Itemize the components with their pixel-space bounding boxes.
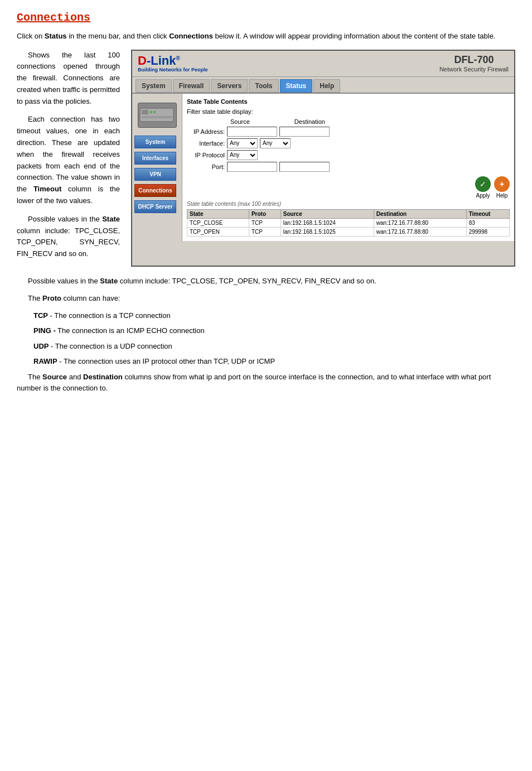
sidebar-btn-dhcp[interactable]: DHCP Server <box>134 200 176 213</box>
sidebar-btn-interfaces[interactable]: Interfaces <box>134 152 176 165</box>
nav-tab-firewall[interactable]: Firewall <box>173 79 210 93</box>
nav-tab-status[interactable]: Status <box>280 79 313 93</box>
nav-tab-help[interactable]: Help <box>313 79 340 93</box>
nav-tab-system[interactable]: System <box>136 79 172 93</box>
dfl-nav: System Firewall Servers Tools Status Hel… <box>132 77 514 94</box>
action-buttons: ✓ Apply + Help <box>187 176 510 199</box>
cell-destination: wan:172.16.77.88:80 <box>374 218 466 227</box>
sidebar-btn-vpn[interactable]: VPN <box>134 168 176 181</box>
tcp-item: TCP - The connection is a TCP connection <box>17 310 515 321</box>
apply-label: Apply <box>476 192 490 199</box>
state-para: Possible values in the State column incl… <box>17 276 515 287</box>
dest-port-input[interactable] <box>279 162 330 172</box>
svg-rect-6 <box>163 111 166 113</box>
para3: Possible values in the State column incl… <box>17 214 120 260</box>
dlink-rest: -Link <box>147 54 176 68</box>
below-content: Possible values in the State column incl… <box>17 276 515 394</box>
cell-timeout: 299998 <box>466 227 509 236</box>
col-source-header: Source <box>230 118 250 125</box>
ip-protocol-label: IP Protocol <box>187 152 225 158</box>
udp-desc: - The connection is a UDP connection <box>49 342 172 350</box>
rawip-label: RAWIP <box>33 357 57 365</box>
cell-state: TCP_CLOSE <box>187 218 249 227</box>
dlink-tagline: Building Networks for People <box>138 68 208 73</box>
nav-tab-tools[interactable]: Tools <box>249 79 278 93</box>
svg-rect-7 <box>167 111 169 113</box>
udp-label: UDP <box>33 342 49 350</box>
svg-rect-4 <box>157 111 159 113</box>
state-table-section: State table contents (max 100 entries) S… <box>187 201 510 237</box>
source-port-input[interactable] <box>227 162 277 172</box>
proto-intro-para: The Proto column can have: <box>17 293 515 305</box>
port-row: Port: <box>187 162 510 172</box>
dfl-sidebar: System Interfaces VPN Connections DHCP S… <box>132 94 182 241</box>
dlink-d: D <box>138 54 147 68</box>
col-destination-header: Destination <box>294 118 325 125</box>
ping-item: PING - The connection is an ICMP ECHO co… <box>17 325 515 336</box>
source-ip-input[interactable] <box>227 127 277 137</box>
dfl-header: D-Link® Building Networks for People DFL… <box>132 51 514 77</box>
apply-icon: ✓ <box>475 176 491 192</box>
help-icon: + <box>494 176 510 192</box>
cell-state: TCP_OPEN <box>187 227 249 236</box>
state-table-title: State Table Contents <box>187 98 510 105</box>
help-button[interactable]: + Help <box>494 176 510 199</box>
cell-source: lan:192.168.1.5:1025 <box>280 227 374 236</box>
dfl-content: State Table Contents Filter state table … <box>182 94 514 241</box>
interface-label: Interface: <box>187 140 225 147</box>
svg-rect-5 <box>160 111 162 113</box>
ip-protocol-row: IP Protocol Any <box>187 150 510 160</box>
dlink-logo: D-Link® Building Networks for People <box>138 54 208 73</box>
intro-paragraph: Click on Status in the menu bar, and the… <box>17 31 515 42</box>
th-proto: Proto <box>249 209 280 218</box>
cell-destination: wan:172.16.77.88:80 <box>374 227 466 236</box>
sidebar-btn-system[interactable]: System <box>134 136 176 148</box>
svg-rect-2 <box>150 111 152 113</box>
dfl-window: D-Link® Building Networks for People DFL… <box>131 50 515 267</box>
dest-interface-select[interactable]: Any <box>260 138 291 148</box>
cell-timeout: 83 <box>466 218 509 227</box>
content-area: Shows the last 100 connections opened th… <box>17 50 515 267</box>
filter-label: Filter state table display: <box>187 108 510 115</box>
cell-proto: TCP <box>249 218 280 227</box>
ip-protocol-select[interactable]: Any <box>227 150 258 160</box>
device-image <box>138 103 177 128</box>
cell-proto: TCP <box>249 227 280 236</box>
tcp-desc: - The connection is a TCP connection <box>48 311 171 320</box>
state-table-note: State table contents (max 100 entries) <box>187 201 510 207</box>
dfl-title-block: DFL-700 Network Security Firewall <box>439 54 509 73</box>
para2: Each connection has two timeout values, … <box>17 114 120 206</box>
udp-item: UDP - The connection is a UDP connection <box>17 341 515 352</box>
source-dest-para: The Source and Destination columns show … <box>17 372 515 395</box>
apply-button[interactable]: ✓ Apply <box>475 176 491 199</box>
intro-text2: in the menu bar, and then click <box>67 32 170 40</box>
intro-connections-bold: Connections <box>169 32 213 40</box>
ip-address-label: IP Address: <box>187 128 225 135</box>
intro-text3: below it. A window will appear providing… <box>213 32 496 40</box>
source-interface-select[interactable]: Any <box>227 138 258 148</box>
dlink-brand: D-Link® <box>138 54 208 68</box>
left-text-column: Shows the last 100 connections opened th… <box>17 50 120 267</box>
registered-mark: ® <box>176 55 180 61</box>
rawip-desc: - The connection uses an IP protocol oth… <box>57 357 275 365</box>
port-label: Port: <box>187 163 225 170</box>
dest-ip-input[interactable] <box>279 127 330 137</box>
svg-rect-1 <box>142 110 148 114</box>
ping-desc: The connection is an ICMP ECHO connectio… <box>56 326 205 335</box>
svg-rect-3 <box>153 111 156 113</box>
dfl-model: DFL-700 <box>439 54 509 66</box>
help-label: Help <box>496 192 508 199</box>
filter-section: Filter state table display: Source Desti… <box>187 108 510 172</box>
table-row: TCP_CLOSETCPlan:192.168.1.5:1024wan:172.… <box>187 218 510 227</box>
state-table: State Proto Source Destination Timeout T… <box>187 209 510 237</box>
cell-source: lan:192.168.1.5:1024 <box>280 218 374 227</box>
table-row: TCP_OPENTCPlan:192.168.1.5:1025wan:172.1… <box>187 227 510 236</box>
rawip-item: RAWIP - The connection uses an IP protoc… <box>17 356 515 367</box>
nav-tab-servers[interactable]: Servers <box>211 79 248 93</box>
th-timeout: Timeout <box>466 209 509 218</box>
intro-text1: Click on <box>17 32 45 40</box>
th-state: State <box>187 209 249 218</box>
interface-row: Interface: Any Any <box>187 138 510 148</box>
sidebar-btn-connections[interactable]: Connections <box>134 184 176 197</box>
dfl-subtitle: Network Security Firewall <box>439 66 509 73</box>
